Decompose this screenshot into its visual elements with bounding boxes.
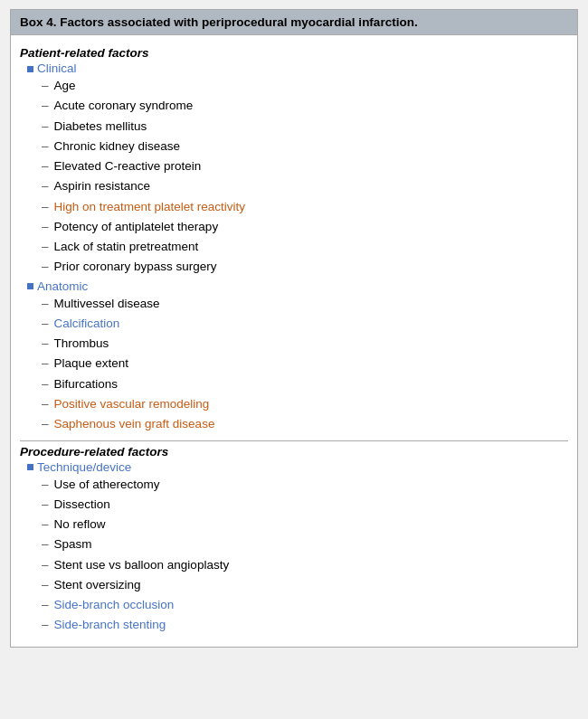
item-text: Diabetes mellitus <box>54 117 147 137</box>
subsection-anatomic: Anatomic–Multivessel disease–Calcificati… <box>27 279 568 435</box>
item-text: Stent oversizing <box>54 575 141 595</box>
dash-icon: – <box>42 294 49 314</box>
bullet-icon <box>27 283 33 289</box>
list-item: –Dissection <box>42 495 568 515</box>
list-item: –Potency of antiplatelet therapy <box>42 217 568 237</box>
list-item: –Acute coronary syndrome <box>42 96 568 116</box>
subsection-text-anatomic: Anatomic <box>37 279 88 293</box>
dash-icon: – <box>42 354 49 374</box>
item-text: Lack of statin pretreatment <box>54 237 199 257</box>
item-list-anatomic: –Multivessel disease–Calcification–Throm… <box>42 294 568 435</box>
list-item: –Saphenous vein graft disease <box>42 414 568 434</box>
list-item: –Chronic kidney disease <box>42 137 568 156</box>
box-title: Box 4. Factors associated with periproce… <box>20 15 418 29</box>
list-item: –Bifurcations <box>42 374 568 394</box>
list-item: –Diabetes mellitus <box>42 117 568 137</box>
item-text: Side-branch stenting <box>54 615 166 635</box>
item-text: Saphenous vein graft disease <box>54 414 215 434</box>
dash-icon: – <box>42 615 49 635</box>
item-text: Thrombus <box>54 334 109 354</box>
subsection-text-clinical: Clinical <box>37 61 77 75</box>
item-text: Acute coronary syndrome <box>54 96 194 116</box>
dash-icon: – <box>42 495 49 515</box>
item-text: Elevated C-reactive protein <box>54 156 202 176</box>
item-text: Side-branch occlusion <box>54 595 175 615</box>
list-item: –Multivessel disease <box>42 294 568 314</box>
dash-icon: – <box>42 314 49 334</box>
item-list-clinical: –Age–Acute coronary syndrome–Diabetes me… <box>42 76 568 278</box>
list-item: –Thrombus <box>42 334 568 354</box>
item-text: Positive vascular remodeling <box>54 394 210 414</box>
list-item: –Elevated C-reactive protein <box>42 156 568 176</box>
dash-icon: – <box>42 475 49 495</box>
box-container: Box 4. Factors associated with periproce… <box>10 9 578 648</box>
item-text: Prior coronary bypass surgery <box>54 257 217 277</box>
item-text: Age <box>54 76 76 96</box>
list-item: –No reflow <box>42 515 568 535</box>
list-item: –Aspirin resistance <box>42 176 568 196</box>
item-text: No reflow <box>54 515 106 535</box>
list-item: –Age <box>42 76 568 96</box>
item-text: Use of atherectomy <box>54 475 160 495</box>
bullet-icon <box>27 66 33 72</box>
list-item: –Side-branch stenting <box>42 615 568 635</box>
dash-icon: – <box>42 137 49 156</box>
dash-icon: – <box>42 156 49 176</box>
item-text: Potency of antiplatelet therapy <box>54 217 219 237</box>
list-item: –Stent use vs balloon angioplasty <box>42 555 568 575</box>
list-item: –Plaque extent <box>42 354 568 374</box>
item-text: Calcification <box>54 314 120 334</box>
dash-icon: – <box>42 334 49 354</box>
item-text: Stent use vs balloon angioplasty <box>54 555 230 575</box>
section-divider <box>20 440 568 441</box>
dash-icon: – <box>42 76 49 96</box>
subsection-technique: Technique/device–Use of atherectomy–Diss… <box>27 460 568 636</box>
dash-icon: – <box>42 237 49 257</box>
item-text: Aspirin resistance <box>54 176 151 196</box>
list-item: –High on treatment platelet reactivity <box>42 197 568 217</box>
item-text: Spasm <box>54 535 92 554</box>
subsection-label-clinical: Clinical <box>27 61 568 75</box>
list-item: –Use of atherectomy <box>42 475 568 495</box>
subsection-label-anatomic: Anatomic <box>27 279 568 293</box>
item-text: Dissection <box>54 495 110 515</box>
item-text: Bifurcations <box>54 374 119 394</box>
subsection-clinical: Clinical–Age–Acute coronary syndrome–Dia… <box>27 61 568 278</box>
dash-icon: – <box>42 96 49 116</box>
list-item: –Spasm <box>42 535 568 554</box>
dash-icon: – <box>42 515 49 535</box>
dash-icon: – <box>42 374 49 394</box>
box-content: Patient-related factorsClinical–Age–Acut… <box>11 35 577 647</box>
item-list-technique: –Use of atherectomy–Dissection–No reflow… <box>42 475 568 636</box>
list-item: –Calcification <box>42 314 568 334</box>
item-text: Multivessel disease <box>54 294 160 314</box>
dash-icon: – <box>42 176 49 196</box>
list-item: –Positive vascular remodeling <box>42 394 568 414</box>
dash-icon: – <box>42 394 49 414</box>
item-text: Plaque extent <box>54 354 129 374</box>
dash-icon: – <box>42 197 49 217</box>
bullet-icon <box>27 464 33 470</box>
item-text: High on treatment platelet reactivity <box>54 197 246 217</box>
list-item: –Lack of statin pretreatment <box>42 237 568 257</box>
box-header: Box 4. Factors associated with periproce… <box>11 10 577 35</box>
dash-icon: – <box>42 535 49 554</box>
list-item: –Stent oversizing <box>42 575 568 595</box>
dash-icon: – <box>42 217 49 237</box>
dash-icon: – <box>42 257 49 277</box>
dash-icon: – <box>42 117 49 137</box>
item-text: Chronic kidney disease <box>54 137 181 156</box>
dash-icon: – <box>42 575 49 595</box>
list-item: –Side-branch occlusion <box>42 595 568 615</box>
dash-icon: – <box>42 414 49 434</box>
dash-icon: – <box>42 555 49 575</box>
subsection-label-technique: Technique/device <box>27 460 568 474</box>
section-title-patient-related: Patient-related factors <box>20 46 568 60</box>
list-item: –Prior coronary bypass surgery <box>42 257 568 277</box>
subsection-text-technique: Technique/device <box>37 460 131 474</box>
dash-icon: – <box>42 595 49 615</box>
section-title-procedure-related: Procedure-related factors <box>20 445 568 459</box>
